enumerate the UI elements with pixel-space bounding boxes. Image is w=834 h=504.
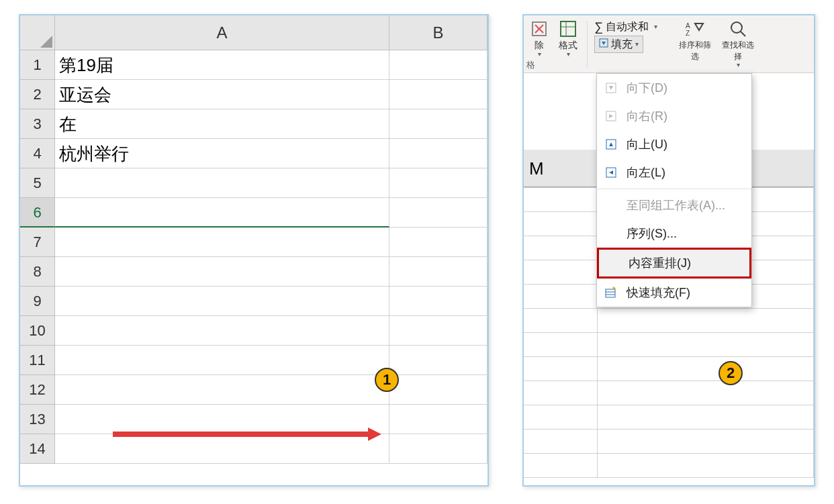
- sort-filter-button[interactable]: AZ 排序和筛选: [675, 18, 715, 64]
- cell-B12[interactable]: [389, 375, 488, 405]
- delete-button[interactable]: 除 ▾: [528, 18, 551, 58]
- fill-up-item[interactable]: 向上(U): [597, 130, 751, 158]
- row-header[interactable]: 6: [20, 198, 55, 228]
- chevron-down-icon: ▾: [567, 52, 570, 57]
- cell-B8[interactable]: [389, 257, 488, 287]
- cell-A2[interactable]: 亚运会: [55, 80, 389, 109]
- cell[interactable]: [524, 285, 598, 309]
- cell[interactable]: [524, 381, 598, 405]
- table-row: [524, 430, 814, 454]
- row-2: 2 亚运会: [20, 80, 488, 109]
- row-10: 10: [20, 316, 488, 346]
- cell[interactable]: [524, 333, 598, 357]
- cell-A1[interactable]: 第19届: [55, 50, 389, 80]
- find-select-button[interactable]: 查找和选择 ▾: [718, 18, 758, 69]
- row-header[interactable]: 3: [20, 109, 55, 139]
- blank-icon: [604, 226, 618, 241]
- arrow-right-icon: [604, 109, 618, 123]
- cell[interactable]: [598, 333, 814, 357]
- cell-B6[interactable]: [389, 198, 488, 228]
- cell[interactable]: [524, 454, 598, 478]
- fill-button[interactable]: 填充 ▾: [594, 36, 643, 53]
- row-header[interactable]: 11: [20, 346, 55, 375]
- arrow-up-icon: [604, 137, 618, 152]
- cell-A6[interactable]: [55, 198, 389, 228]
- cell-A4[interactable]: 杭州举行: [55, 139, 389, 168]
- fill-justify-item[interactable]: 内容重排(J): [597, 248, 751, 279]
- row-header[interactable]: 13: [20, 405, 55, 434]
- cell[interactable]: [524, 212, 598, 236]
- cell-A10[interactable]: [55, 316, 389, 346]
- cell[interactable]: [524, 188, 598, 212]
- row-header[interactable]: 2: [20, 80, 55, 109]
- row-header[interactable]: 9: [20, 287, 55, 316]
- cell-B9[interactable]: [389, 287, 488, 316]
- cell-B1[interactable]: [389, 50, 488, 80]
- row-8: 8: [20, 257, 488, 287]
- column-header-A[interactable]: A: [55, 15, 389, 50]
- format-button[interactable]: 格式 ▾: [553, 18, 583, 58]
- cell[interactable]: [598, 309, 814, 333]
- cell[interactable]: [598, 430, 814, 454]
- cell[interactable]: [524, 236, 598, 260]
- menu-item-label: 序列(S)...: [627, 225, 677, 242]
- step-badge-2: 2: [719, 361, 743, 385]
- cell-A9[interactable]: [55, 287, 389, 316]
- column-header-B[interactable]: B: [389, 15, 488, 50]
- menu-item-label: 向左(L): [627, 164, 665, 181]
- cell-A13[interactable]: [55, 405, 389, 434]
- cell-A12[interactable]: [55, 375, 389, 405]
- ribbon-panel: 除 ▾ 格式 ▾ ∑ 自动求和 ▾ 填充 ▾: [522, 14, 815, 487]
- cell-B5[interactable]: [389, 168, 488, 198]
- fill-left-item[interactable]: 向左(L): [597, 158, 751, 187]
- column-header-M[interactable]: M: [524, 150, 598, 187]
- cell-B14[interactable]: [389, 434, 488, 464]
- fill-right-item[interactable]: 向右(R): [597, 102, 751, 130]
- fill-across-sheets-item[interactable]: 至同组工作表(A)...: [597, 191, 751, 219]
- cell-B13[interactable]: [389, 405, 488, 434]
- flash-fill-item[interactable]: 快速填充(F): [597, 279, 751, 307]
- row-header[interactable]: 4: [20, 139, 55, 168]
- row-header[interactable]: 5: [20, 168, 55, 198]
- cell[interactable]: [598, 405, 814, 430]
- row-header[interactable]: 8: [20, 257, 55, 287]
- svg-rect-23: [606, 289, 615, 297]
- fill-down-item[interactable]: 向下(D): [597, 74, 751, 102]
- fill-down-icon: [599, 38, 608, 50]
- cell-A8[interactable]: [55, 257, 389, 287]
- cell[interactable]: [524, 309, 598, 333]
- row-header[interactable]: 10: [20, 316, 55, 346]
- cell[interactable]: [524, 405, 598, 430]
- row-header[interactable]: 1: [20, 50, 55, 80]
- cell-A7[interactable]: [55, 228, 389, 257]
- cell[interactable]: [598, 454, 814, 478]
- fill-label: 填充: [611, 38, 633, 52]
- chevron-down-icon: ▾: [635, 42, 639, 47]
- cell-A14[interactable]: [55, 434, 389, 464]
- row-header[interactable]: 12: [20, 375, 55, 405]
- cell[interactable]: [598, 357, 814, 381]
- cell-B7[interactable]: [389, 228, 488, 257]
- table-row: [524, 454, 814, 478]
- autosum-button[interactable]: ∑ 自动求和 ▾: [592, 18, 672, 36]
- row-1: 1 第19届: [20, 50, 488, 80]
- row-header[interactable]: 7: [20, 228, 55, 257]
- cell-B11[interactable]: [389, 346, 488, 375]
- cell-A5[interactable]: [55, 168, 389, 198]
- cell-A3[interactable]: 在: [55, 109, 389, 139]
- cell[interactable]: [524, 430, 598, 454]
- row-12: 12: [20, 375, 488, 405]
- cell-B3[interactable]: [389, 109, 488, 139]
- svg-marker-16: [609, 86, 613, 90]
- cell[interactable]: [598, 381, 814, 405]
- fill-series-item[interactable]: 序列(S)...: [597, 219, 751, 248]
- cell-B4[interactable]: [389, 139, 488, 168]
- chevron-down-icon: ▾: [737, 62, 740, 68]
- cell-A11[interactable]: [55, 346, 389, 375]
- select-all-corner[interactable]: [20, 15, 55, 50]
- cell[interactable]: [524, 357, 598, 381]
- row-header[interactable]: 14: [20, 434, 55, 464]
- cell-B10[interactable]: [389, 316, 488, 346]
- cell-B2[interactable]: [389, 80, 488, 109]
- cell[interactable]: [524, 260, 598, 285]
